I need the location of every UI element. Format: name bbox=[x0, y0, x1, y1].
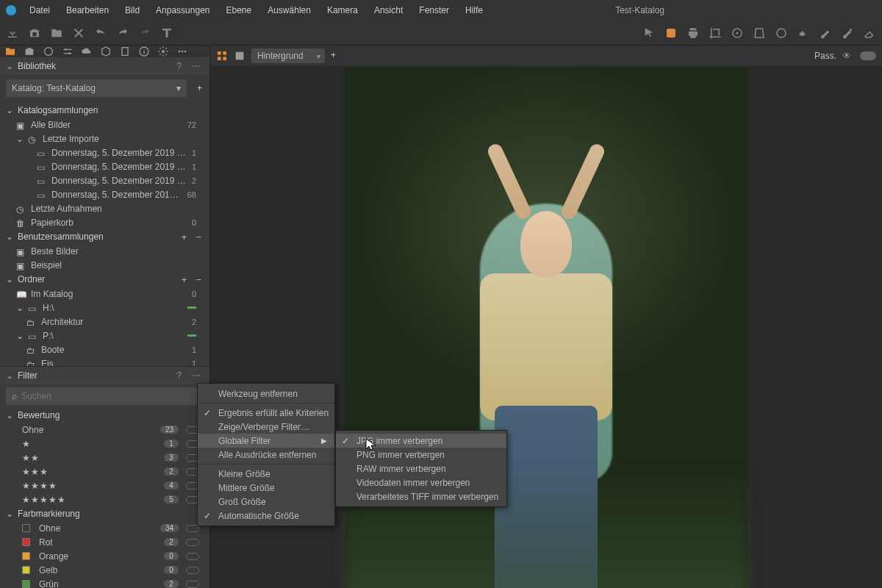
cursor-tool-icon[interactable] bbox=[642, 26, 656, 40]
color-row[interactable]: Orange0 bbox=[0, 549, 209, 563]
tree-recent-captures[interactable]: ◷Letzte Aufnahmen bbox=[0, 201, 209, 215]
tab-folder-icon[interactable] bbox=[4, 46, 16, 57]
menu-item[interactable]: Zeige/Verberge Filter… bbox=[198, 420, 334, 434]
menu-ebene[interactable]: Ebene bbox=[218, 2, 259, 18]
tab-circle-icon[interactable] bbox=[43, 46, 54, 57]
menu-item[interactable]: Videodaten immer verbergen bbox=[336, 476, 506, 490]
rating-row[interactable]: ★★★★4 bbox=[0, 478, 209, 492]
rating-row[interactable]: ★★3 bbox=[0, 451, 209, 465]
help-icon[interactable]: ? bbox=[173, 61, 184, 71]
tab-gear-icon[interactable] bbox=[157, 46, 169, 57]
layer-dropdown[interactable]: Hintergrund bbox=[251, 49, 325, 63]
menu-auswaehlen[interactable]: Auswählen bbox=[260, 2, 318, 18]
menu-item[interactable]: ✓Ergebnis erfüllt alle Kriterien bbox=[198, 406, 334, 420]
clone-tool-icon[interactable] bbox=[841, 26, 854, 40]
undo-icon[interactable] bbox=[94, 26, 107, 40]
menu-item[interactable]: Alle Ausdrücke entfernen bbox=[198, 448, 334, 462]
add-layer-icon[interactable]: + bbox=[331, 50, 343, 62]
menu-bearbeiten[interactable]: Bearbeiten bbox=[59, 2, 116, 18]
remove-folder-icon[interactable]: − bbox=[193, 274, 204, 285]
add-collection-icon[interactable]: + bbox=[179, 232, 190, 243]
shape-tool-icon[interactable] bbox=[664, 26, 678, 40]
help-icon[interactable]: ? bbox=[173, 370, 184, 381]
catalog-selector[interactable]: Katalog: Test-Katalog▾ bbox=[6, 79, 187, 97]
menu-item[interactable]: Kleine Größe bbox=[198, 467, 334, 481]
color-row[interactable]: Grün2 bbox=[0, 577, 209, 588]
tree-folder-item[interactable]: 🗀Architektur2 bbox=[0, 315, 209, 329]
menu-hilfe[interactable]: Hilfe bbox=[458, 2, 490, 18]
menu-item[interactable]: Globale Filter▶ bbox=[198, 434, 334, 448]
grid-view-icon[interactable] bbox=[216, 50, 228, 62]
tree-import-item[interactable]: ▭Donnerstag, 5. Dezember 2019 16:00:…68 bbox=[0, 187, 209, 201]
tree-folder-item[interactable]: 🗀Eis1 bbox=[0, 356, 209, 366]
redo-icon[interactable] bbox=[116, 26, 129, 40]
print-tool-icon[interactable] bbox=[686, 26, 700, 40]
rating-row[interactable]: ★1 bbox=[0, 437, 209, 451]
menu-item[interactable]: Werkzeug entfernen bbox=[198, 387, 334, 401]
filter-panel-header[interactable]: ⌄ Filter ? ⋯ bbox=[0, 367, 209, 384]
color-row[interactable]: Rot2 bbox=[0, 535, 209, 549]
menu-item[interactable]: ✓JPG immer verbergen bbox=[336, 434, 506, 448]
menu-datei[interactable]: Datei bbox=[22, 2, 57, 18]
filter-search[interactable]: ⌕ bbox=[6, 387, 204, 405]
add-catalog-icon[interactable]: + bbox=[197, 83, 209, 93]
tree-user-collection[interactable]: ▣Beste Bilder bbox=[0, 244, 209, 258]
menu-ansicht[interactable]: Ansicht bbox=[367, 2, 410, 18]
remove-collection-icon[interactable]: − bbox=[193, 232, 204, 243]
brush-tool-icon[interactable] bbox=[819, 26, 832, 40]
heal-tool-icon[interactable] bbox=[797, 26, 810, 40]
tab-info-icon[interactable] bbox=[138, 46, 150, 57]
menu-fenster[interactable]: Fenster bbox=[412, 2, 456, 18]
tab-cube-icon[interactable] bbox=[100, 46, 112, 57]
color-row[interactable]: Ohne34 bbox=[0, 521, 209, 535]
tree-trash[interactable]: 🗑Papierkorb0 bbox=[0, 215, 209, 229]
tab-camera-icon[interactable] bbox=[24, 46, 35, 57]
single-view-icon[interactable] bbox=[234, 50, 245, 62]
add-folder-icon[interactable]: + bbox=[179, 274, 190, 285]
eye-icon[interactable]: 👁 bbox=[842, 51, 851, 61]
menu-kamera[interactable]: Kamera bbox=[320, 2, 365, 18]
more-icon[interactable]: ⋯ bbox=[189, 370, 204, 381]
folder-icon[interactable] bbox=[50, 26, 63, 40]
erase-tool-icon[interactable] bbox=[863, 26, 876, 40]
tree-recent-imports[interactable]: ⌄◷Letzte Importe bbox=[0, 132, 209, 146]
rating-row[interactable]: ★★★★★5 bbox=[0, 492, 209, 506]
tab-more-icon[interactable] bbox=[176, 46, 188, 57]
menu-item[interactable]: Groß Größe bbox=[198, 495, 334, 509]
tree-import-item[interactable]: ▭Donnerstag, 5. Dezember 2019 17:29:242 bbox=[0, 173, 209, 187]
tree-all-images[interactable]: ▣Alle Bilder72 bbox=[0, 118, 209, 132]
target-tool-icon[interactable] bbox=[731, 26, 744, 40]
library-panel-header[interactable]: ⌄ Bibliothek ? ⋯ bbox=[0, 57, 209, 75]
text-icon[interactable] bbox=[160, 26, 173, 40]
redo2-icon[interactable] bbox=[138, 26, 151, 40]
menu-item[interactable]: RAW immer verbergen bbox=[336, 462, 506, 476]
tree-import-item[interactable]: ▭Donnerstag, 5. Dezember 2019 19:26:531 bbox=[0, 159, 209, 173]
menu-anpassungen[interactable]: Anpassungen bbox=[148, 2, 217, 18]
tab-cloud-icon[interactable] bbox=[81, 46, 93, 57]
tree-drive-h[interactable]: ⌄▭H:\ bbox=[0, 301, 209, 315]
tab-adjust-icon[interactable] bbox=[62, 46, 74, 57]
menu-bild[interactable]: Bild bbox=[118, 2, 147, 18]
keystone-tool-icon[interactable] bbox=[753, 26, 766, 40]
color-row[interactable]: Gelb0 bbox=[0, 563, 209, 577]
menu-item[interactable]: Mittlere Größe bbox=[198, 481, 334, 495]
menu-item[interactable]: Verarbeitetes TIFF immer verbergen bbox=[336, 490, 506, 503]
camera-icon[interactable] bbox=[28, 26, 41, 40]
ellipse-tool-icon[interactable] bbox=[775, 26, 788, 40]
search-input[interactable] bbox=[21, 391, 198, 401]
tree-import-item[interactable]: ▭Donnerstag, 5. Dezember 2019 19:48:031 bbox=[0, 146, 209, 159]
tab-clipboard-icon[interactable] bbox=[119, 46, 131, 57]
import-icon[interactable] bbox=[6, 26, 19, 40]
pass-toggle[interactable] bbox=[860, 51, 876, 60]
close-icon[interactable] bbox=[72, 26, 85, 40]
menu-item[interactable]: PNG immer verbergen bbox=[336, 448, 506, 462]
tree-user-collection[interactable]: ▣Beispiel bbox=[0, 258, 209, 272]
menu-item[interactable]: ✓Automatische Größe bbox=[198, 509, 334, 523]
more-icon[interactable]: ⋯ bbox=[189, 61, 204, 71]
tree-drive-p[interactable]: ⌄▭P:\ bbox=[0, 329, 209, 343]
rating-row[interactable]: Ohne23 bbox=[0, 423, 209, 437]
crop-tool-icon[interactable] bbox=[709, 26, 722, 40]
rating-row[interactable]: ★★★2 bbox=[0, 465, 209, 478]
tree-folder-item[interactable]: 🗀Boote1 bbox=[0, 343, 209, 356]
tree-in-catalog[interactable]: 📖Im Katalog0 bbox=[0, 287, 209, 301]
